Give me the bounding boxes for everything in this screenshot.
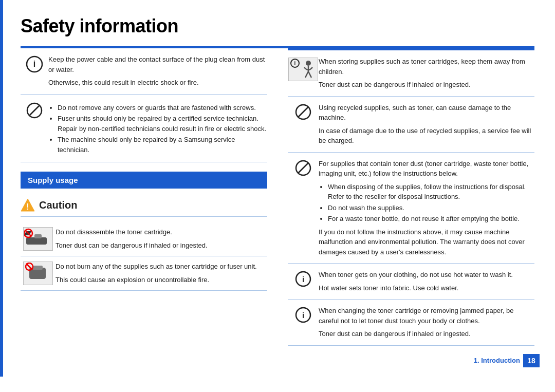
svg-text:i: i xyxy=(33,60,35,68)
no-symbol-icon-3 xyxy=(288,159,319,176)
page-title: Safety information xyxy=(21,15,534,37)
circle-i-icon-3: i xyxy=(288,306,319,323)
svg-line-24 xyxy=(298,163,308,173)
svg-line-22 xyxy=(298,107,308,117)
left-row-1-text: Keep the power cable and the contact sur… xyxy=(48,54,267,88)
footer-page-number: 18 xyxy=(523,354,540,367)
svg-line-3 xyxy=(29,105,40,116)
footer: 1. Introduction 18 xyxy=(474,354,540,367)
svg-line-19 xyxy=(305,71,308,78)
svg-rect-6 xyxy=(26,237,47,245)
caution-row-2: Do not burn any of the supplies such as … xyxy=(21,256,267,291)
left-row-1: i Keep the power cable and the contact s… xyxy=(21,48,267,95)
left-row-2: Do not remove any covers or guards that … xyxy=(21,95,267,163)
circle-i-icon-1: i xyxy=(21,54,48,73)
right-row-5: i When changing the toner cartridge or r… xyxy=(288,300,534,346)
toner-cartridge-icon xyxy=(21,227,55,251)
fuser-unit-icon xyxy=(21,262,55,285)
circle-i-icon-2: i xyxy=(288,270,319,287)
supply-usage-header: Supply usage xyxy=(21,172,267,189)
right-row-5-text: When changing the toner cartridge or rem… xyxy=(319,306,534,339)
caution-row-1: Do not disassemble the toner cartridge. … xyxy=(21,222,267,256)
right-row-1: i When storing supplies such as tone xyxy=(288,50,534,97)
right-row-3: For supplies that contain toner dust (to… xyxy=(288,153,534,264)
svg-text:i: i xyxy=(294,61,296,66)
right-row-3-text: For supplies that contain toner dust (to… xyxy=(319,159,534,257)
caution-row-2-text: Do not burn any of the supplies such as … xyxy=(55,262,267,285)
svg-rect-7 xyxy=(34,234,42,238)
caution-label: Caution xyxy=(39,199,77,211)
svg-text:i: i xyxy=(302,311,304,320)
no-symbol-icon-1 xyxy=(21,101,48,119)
caution-triangle-icon: ! xyxy=(21,198,35,212)
right-row-2: Using recycled supplies, such as toner, … xyxy=(288,97,534,153)
right-row-4: i When toner gets on your clothing, do n… xyxy=(288,264,534,300)
right-row-1-text: When storing supplies such as toner cart… xyxy=(319,57,534,90)
caution-heading: ! Caution xyxy=(21,198,267,217)
caution-row-1-text: Do not disassemble the toner cartridge. … xyxy=(55,227,267,250)
left-row-2-text: Do not remove any covers or guards that … xyxy=(48,101,267,156)
right-column: i When storing supplies such as tone xyxy=(288,48,534,346)
right-row-4-text: When toner gets on your clothing, do not… xyxy=(319,270,534,293)
svg-rect-12 xyxy=(32,266,43,270)
right-row-2-text: Using recycled supplies, such as toner, … xyxy=(319,103,534,146)
footer-section-label: 1. Introduction xyxy=(474,357,520,364)
left-column: i Keep the power cable and the contact s… xyxy=(21,48,267,346)
no-symbol-icon-2 xyxy=(288,103,319,120)
svg-point-17 xyxy=(306,61,311,66)
child-safety-icon: i xyxy=(288,57,319,81)
svg-text:!: ! xyxy=(26,202,29,211)
svg-text:i: i xyxy=(302,275,304,284)
svg-line-20 xyxy=(308,71,311,78)
